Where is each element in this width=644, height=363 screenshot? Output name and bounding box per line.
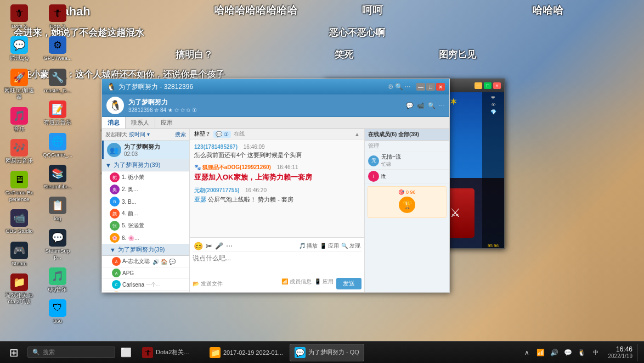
membercarl-name: Carlsena xyxy=(122,282,144,288)
member2-name: 2. 奥... xyxy=(122,186,138,193)
qq-more-icon[interactable]: ⋯ xyxy=(404,83,411,91)
qq-member-apg[interactable]: A APG xyxy=(102,267,189,279)
qq-window[interactable]: 🐧 为了梦啊努力 - 32812396 ⚙ 🔍 ⋯ — □ ✕ 🐧 为了梦啊努力… xyxy=(101,79,450,293)
taskbar-item-dota2[interactable]: 🗡 Dota2相关... xyxy=(137,344,203,361)
sp-member1-info: 无情~流 忙碌 xyxy=(381,153,401,168)
desktop-icon-youdao[interactable]: 📝 有道云音乐 xyxy=(41,99,74,127)
clock-time: 16:46 xyxy=(616,345,632,353)
taskbar-search[interactable]: 🔍 搜索 xyxy=(27,347,115,358)
master-icon: 🔧 xyxy=(49,69,66,86)
qq-minimize-btn[interactable]: — xyxy=(416,83,425,91)
desktop-icon-dota2game[interactable]: 🗡 Dota 2 xyxy=(41,3,74,31)
desktop-icon-gputweak[interactable]: ⚙ GPUTwea... xyxy=(41,35,74,63)
qq-group-actions: 💬 📹 🔍 ⋯ xyxy=(406,102,445,109)
qq-action-search-icon[interactable]: 🔍 xyxy=(428,102,436,109)
tray-network-icon[interactable]: 📶 xyxy=(535,347,546,358)
emoji-input-icon[interactable]: 😊 xyxy=(194,242,203,250)
stream-stat-panel: ❤ 👁 💎 95 96 xyxy=(482,92,504,248)
desktop-icon-steamsupp[interactable]: 💬 SteamSupp... xyxy=(41,227,74,262)
taskbar-item-qq[interactable]: 💬 为了梦啊努力 - QQ xyxy=(290,344,364,361)
expand-icon: ▼ xyxy=(105,162,111,169)
dota2file-label: 游戏相关 Dota 2了版 xyxy=(4,292,34,305)
desktop-icon-wangwang[interactable]: 🚀 网旺UU加速器 xyxy=(3,67,36,102)
qq-text-input[interactable] xyxy=(193,254,361,276)
desktop-icon-dota2[interactable]: 🗡 Dota 2 xyxy=(3,3,36,31)
tray-arrow-icon[interactable]: ∧ xyxy=(522,347,533,358)
stream-maximize[interactable]: □ xyxy=(484,82,492,89)
taskbar-item-folder[interactable]: 📁 2017-02-19 2022-01... xyxy=(205,344,288,361)
desktop-icon-qqmusic[interactable]: 🎵 QQ音乐 xyxy=(41,266,74,294)
qq-send-button[interactable]: 发送 xyxy=(336,278,361,289)
show-desktop-btn[interactable] xyxy=(637,344,641,361)
qq-file-send-icon[interactable]: 📂 发送文件 xyxy=(193,280,223,288)
tray-volume-icon[interactable]: 🔊 xyxy=(549,347,560,358)
qq-subgroup-header[interactable]: ▼ 为了梦啊努力(39) xyxy=(102,244,189,256)
qq-maximize-btn[interactable]: □ xyxy=(426,83,435,91)
task-view-btn[interactable]: ⬜ xyxy=(118,344,134,361)
stream-minimize[interactable]: — xyxy=(474,82,482,89)
qq-settings-icon[interactable]: ⚙ xyxy=(388,83,394,91)
qq-chat-action-bar: 林堃？ 💬 ① 在线 ▲ xyxy=(190,129,364,139)
desktop-icon-obs[interactable]: 📹 OBS Studio xyxy=(3,208,36,236)
qq-close-btn[interactable]: ✕ xyxy=(436,83,445,91)
qq-member-5[interactable]: 张 5. 张涵萱 xyxy=(102,220,189,232)
tray-qq2-icon[interactable]: 🐧 xyxy=(577,347,587,358)
taskbar: ⊞ 🔍 搜索 ⬜ 🗡 Dota2相关... 📁 2017-02-19 2022-… xyxy=(0,341,644,363)
qq-member-1[interactable]: 栀 1. 栀小茉 xyxy=(102,171,189,183)
qq-member-6[interactable]: 🌸 6. 🌸... xyxy=(102,232,189,244)
qq-member-david[interactable]: D David 🏆 xyxy=(102,291,189,292)
desktop-icon-log[interactable]: 📋 log xyxy=(41,195,74,223)
obs-label: OBS Studio xyxy=(5,228,33,234)
qq-member-a[interactable]: A A-志北文聪 🔊 🏠 💬 xyxy=(102,256,189,267)
desktop-icon-qqgame[interactable]: 🌐 QQGame_... xyxy=(41,131,74,159)
geforce-icon: 🖥 xyxy=(10,171,28,188)
qq-chat-item-active[interactable]: 👥 为了梦啊努力 02:03 xyxy=(102,141,189,159)
membera-avatar: A xyxy=(112,257,121,266)
qq-search-icon[interactable]: 🔍 xyxy=(395,83,403,91)
desktop-icon-yinyue[interactable]: 🎵 音乐 xyxy=(3,105,36,133)
clock-date: 2022/1/19 xyxy=(608,353,633,359)
taskbar-clock[interactable]: 16:46 2022/1/19 xyxy=(604,345,637,359)
input-find-icon[interactable]: 🔍 发现 xyxy=(341,242,360,250)
start-button[interactable]: ⊞ xyxy=(3,344,25,361)
qq-member-3[interactable]: B 3. B... xyxy=(102,196,189,208)
qq-bottom-network-icon: 📶 成员信息 xyxy=(281,278,312,289)
qq-group-info-text: 为了梦啊努力 32812396 ✮ 84 ★ ✩ ✩ ✩ ① xyxy=(128,98,197,113)
desktop-icon-steamlib[interactable]: 📚 SteamLibr... xyxy=(41,163,74,191)
qq-tab-contacts[interactable]: 联系人 xyxy=(126,117,155,129)
voice-icon[interactable]: 🎤 xyxy=(215,242,223,250)
input-screen-icon[interactable]: 📱 应用 xyxy=(320,242,339,250)
screenshot-icon[interactable]: ✂ xyxy=(206,242,212,250)
qq-members-header[interactable]: ▼ 为了梦啊努力(39) xyxy=(102,159,189,171)
side-panel-member-1[interactable]: 无 无情~流 忙碌 xyxy=(365,152,449,170)
qq-groupby-label: 搜索 xyxy=(175,131,186,138)
more-input-icon[interactable]: ⋯ xyxy=(226,242,233,250)
stream-close[interactable]: × xyxy=(493,82,501,89)
desktop-icon-master[interactable]: 🔧 master_D... xyxy=(41,67,74,95)
qq-member-carl[interactable]: C Carlsena 一个... xyxy=(102,279,189,291)
qq-tab-apps[interactable]: 应用 xyxy=(155,117,178,129)
gputweak-icon: ⚙ xyxy=(49,36,66,54)
qq-sidebar-filter: 发起聊天 按时间 ▾ 搜索 xyxy=(102,129,189,141)
qq-action-more-icon[interactable]: ⋯ xyxy=(439,102,445,109)
desktop-icon-geforce[interactable]: 🖥 GeForce Experience xyxy=(3,169,36,204)
qq-msg1-header: 123(1781495267) 16:46:09 xyxy=(194,144,360,150)
qq-member-2[interactable]: 奥 2. 奥... xyxy=(102,183,189,196)
youdao-icon: 📝 xyxy=(49,100,66,118)
qq-tab-active[interactable]: 消息 xyxy=(102,117,126,129)
desktop-icon-dota2file[interactable]: 📁 游戏相关 Dota 2了版 xyxy=(3,272,36,306)
membera-icons: 🔊 🏠 💬 xyxy=(152,259,176,265)
qq-action-video-icon[interactable]: 📹 xyxy=(417,102,425,109)
side-panel-member-2[interactable]: I lft xyxy=(365,170,449,183)
desktop-icon-steam[interactable]: 🎮 Steam xyxy=(3,240,36,268)
input-music-icon[interactable]: 🎵 播放 xyxy=(299,242,318,250)
desktop-icon-wangyi[interactable]: 🎶 网易云音乐 xyxy=(3,137,36,165)
desktop-icon-360[interactable]: 🛡 360 xyxy=(41,298,74,326)
tray-lang-icon[interactable]: 中 xyxy=(590,347,601,358)
qq-member-4[interactable]: 颜 4. 颜... xyxy=(102,208,189,220)
geforce-label: GeForce Experience xyxy=(4,189,34,202)
member5-name: 5. 张涵萱 xyxy=(122,222,144,230)
qq-action-msg-icon[interactable]: 💬 xyxy=(406,102,414,109)
tray-msg-icon[interactable]: 💬 xyxy=(563,347,574,358)
desktop-icon-qq[interactable]: 💬 腾讯QQ xyxy=(3,35,36,63)
